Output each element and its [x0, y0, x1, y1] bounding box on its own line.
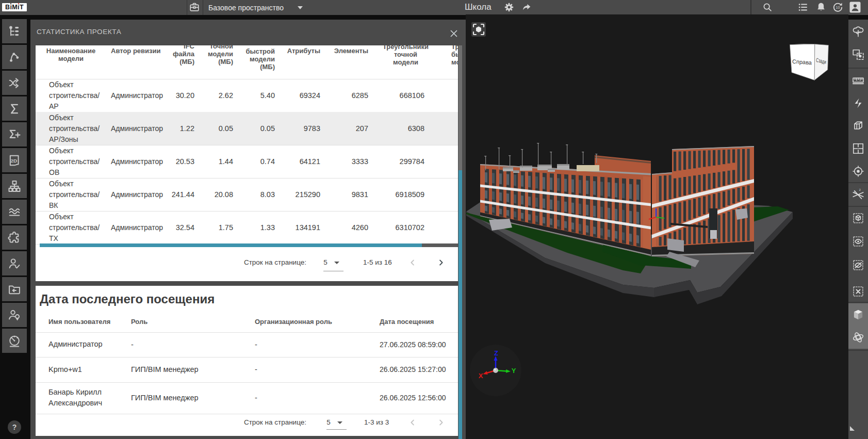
- svg-text:1: 1: [854, 190, 855, 193]
- svg-text:Z: Z: [494, 349, 498, 357]
- svg-text:10: 10: [836, 6, 840, 10]
- svg-text:X: X: [479, 372, 483, 380]
- svg-text:2: 2: [859, 188, 861, 191]
- svg-text:Y: Y: [512, 367, 516, 375]
- svg-text:2D: 2D: [10, 157, 17, 163]
